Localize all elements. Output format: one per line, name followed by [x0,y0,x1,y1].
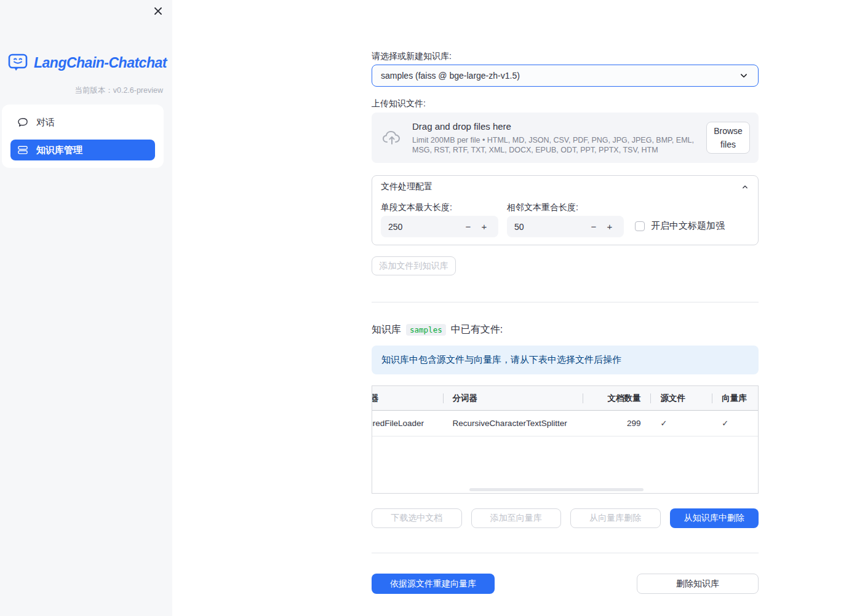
kb-select-value: samples (faiss @ bge-large-zh-v1.5) [381,71,738,81]
increment-button[interactable]: + [602,221,618,232]
divider [372,553,759,553]
main-content: 请选择或新建知识库: samples (faiss @ bge-large-zh… [372,0,759,594]
cloud-upload-icon [381,129,402,146]
app-title: LangChain-Chatchat [34,55,167,71]
kb-footer-actions: 依据源文件重建向量库 删除知识库 [372,574,759,594]
sidebar-item-label: 知识库管理 [36,144,82,156]
table-header: 文档加载器 分词器 文档数量 源文件 向量库 [372,386,758,411]
file-config-expander: 文件处理配置 单段文本最大长度: 相邻文本重合长度: 250 − + 50 − … [372,175,759,245]
sidebar-item-dialogue[interactable]: 对话 [10,112,155,133]
chunk-overlap-value: 50 [514,222,586,232]
increment-button[interactable]: + [476,221,492,232]
sidebar-menu: 对话 知识库管理 [2,105,164,168]
delete-kb-base-button[interactable]: 删除知识库 [637,574,759,594]
kb-select-dropdown[interactable]: samples (faiss @ bge-large-zh-v1.5) [372,65,759,87]
divider [372,302,759,302]
zh-title-enhance-checkbox[interactable]: 开启中文标题加强 [635,220,725,232]
cell-text-splitter: RecursiveCharacterTextSplitter [443,411,583,436]
chunk-overlap-input[interactable]: 50 − + [507,216,624,237]
chevron-down-icon [738,70,749,81]
chat-smiley-logo-icon [7,53,30,73]
chat-bubble-icon [17,116,29,128]
dropzone-limit-text: Limit 200MB per file • HTML, MD, JSON, C… [412,135,704,155]
file-config-expander-header[interactable]: 文件处理配置 [372,176,758,198]
delete-from-vector-store-button[interactable]: 从向量库删除 [570,508,661,528]
table-row[interactable]: UnstructuredFileLoader RecursiveCharacte… [372,411,758,436]
kb-name-code: samples [406,324,446,336]
chevron-up-icon [741,183,749,191]
cell-vector-store-check: ✓ [712,411,758,436]
add-files-to-kb-button[interactable]: 添加文件到知识库 [372,256,456,275]
app-logo: LangChain-Chatchat [7,53,167,73]
kb-files-suffix: 中已有文件: [451,323,503,336]
rebuild-vector-store-button[interactable]: 依据源文件重建向量库 [372,574,495,594]
cell-source-file-check: ✓ [650,411,712,436]
checkbox-icon[interactable] [635,221,645,231]
cell-doc-loader: UnstructuredFileLoader [372,411,443,436]
download-selected-button[interactable]: 下载选中文档 [372,508,462,528]
checkbox-label: 开启中文标题加强 [651,220,725,232]
kb-select-label: 请选择或新建知识库: [372,51,759,61]
file-actions: 下载选中文档 添加至向量库 从向量库删除 从知识库中删除 [372,508,759,528]
file-dropzone[interactable]: Drag and drop files here Limit 200MB per… [372,113,759,163]
decrement-button[interactable]: − [586,221,602,232]
col-docs-count[interactable]: 文档数量 [583,386,650,410]
sidebar-item-label: 对话 [36,117,55,128]
col-source-file[interactable]: 源文件 [650,386,712,410]
kb-files-heading: 知识库 samples 中已有文件: [372,323,759,336]
close-sidebar-icon[interactable] [152,5,164,17]
kb-files-prefix: 知识库 [372,323,401,336]
cell-docs-count: 299 [583,411,650,436]
browse-files-button[interactable]: Browse files [706,122,750,154]
chunk-size-value: 250 [388,222,460,232]
kb-files-table[interactable]: 文档加载器 分词器 文档数量 源文件 向量库 UnstructuredFileL… [372,385,759,494]
sidebar: LangChain-Chatchat 当前版本：v0.2.6-preview 对… [0,0,172,616]
collection-icon [17,144,29,156]
delete-from-kb-button[interactable]: 从知识库中删除 [670,508,759,528]
info-alert: 知识库中包含源文件与向量库，请从下表中选择文件后操作 [372,346,759,374]
chunk-size-input[interactable]: 250 − + [381,216,498,237]
sidebar-item-kb-management[interactable]: 知识库管理 [10,140,155,160]
horizontal-scrollbar[interactable] [469,488,644,491]
upload-label: 上传知识文件: [372,98,759,109]
info-alert-text: 知识库中包含源文件与向量库，请从下表中选择文件后操作 [381,354,621,366]
version-text: 当前版本：v0.2.6-preview [74,85,163,96]
decrement-button[interactable]: − [460,221,476,232]
col-doc-loader[interactable]: 文档加载器 [372,386,443,410]
chunk-overlap-label: 相邻文本重合长度: [507,202,578,213]
dropzone-title: Drag and drop files here [412,121,704,132]
col-vector-store[interactable]: 向量库 [712,386,758,410]
file-config-title: 文件处理配置 [381,181,741,192]
dropzone-instructions: Drag and drop files here Limit 200MB per… [412,121,704,155]
add-to-vector-store-button[interactable]: 添加至向量库 [471,508,562,528]
chunk-size-label: 单段文本最大长度: [381,202,452,213]
col-text-splitter[interactable]: 分词器 [443,386,583,410]
